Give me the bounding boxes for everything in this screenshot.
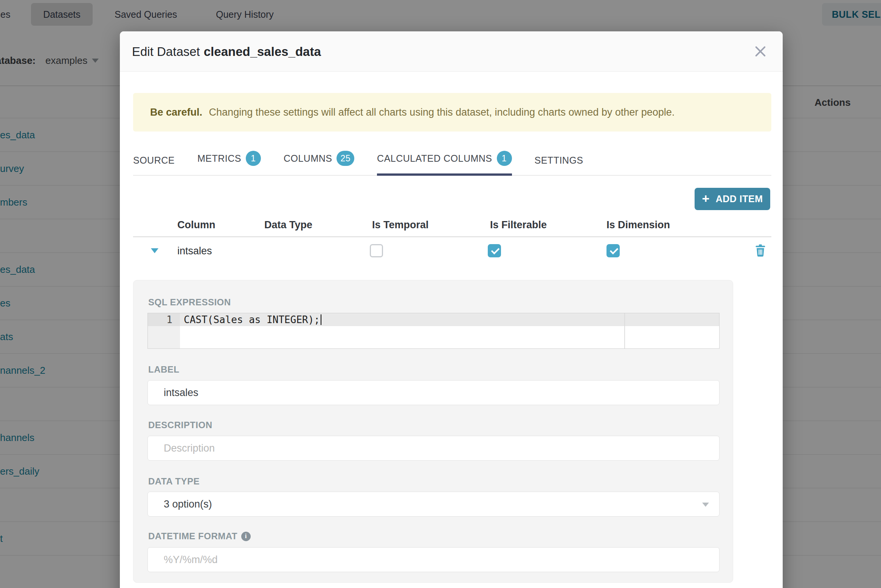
text-cursor xyxy=(321,314,321,325)
description-field-label: DESCRIPTION xyxy=(148,420,212,430)
sql-expression-label: SQL EXPRESSION xyxy=(148,297,231,308)
sql-code-text: CAST(Sales as INTEGER); xyxy=(184,313,321,326)
modal-title: Edit Dataset cleaned_sales_data xyxy=(132,31,321,72)
column-header-is-filterable: Is Filterable xyxy=(490,219,547,231)
columns-count-badge: 25 xyxy=(337,151,354,166)
calculated-column-detail-card: SQL EXPRESSION 1 CAST(Sales as INTEGER);… xyxy=(133,280,733,583)
tab-calculated-columns[interactable]: CALCULATED COLUMNS 1 xyxy=(377,151,512,176)
label-field-label: LABEL xyxy=(148,364,180,375)
modal-header: Edit Dataset cleaned_sales_data xyxy=(120,31,783,72)
tab-source[interactable]: SOURCE xyxy=(133,155,175,176)
edit-dataset-modal: Edit Dataset cleaned_sales_data Be caref… xyxy=(120,31,783,588)
add-item-button[interactable]: + ADD ITEM xyxy=(695,188,770,210)
column-header-column: Column xyxy=(177,219,216,231)
info-icon[interactable]: i xyxy=(241,532,251,541)
sql-expression-editor[interactable]: 1 CAST(Sales as INTEGER); xyxy=(147,313,720,349)
line-number: 1 xyxy=(148,313,180,326)
collapse-row-caret-icon[interactable] xyxy=(151,248,158,253)
add-item-label: ADD ITEM xyxy=(716,193,763,204)
warning-bold-text: Be careful. xyxy=(150,107,202,118)
modal-title-dataset-name: cleaned_sales_data xyxy=(204,45,321,59)
calculated-column-name: intsales xyxy=(177,245,212,257)
editor-gutter: 1 xyxy=(148,313,180,348)
tab-columns[interactable]: COLUMNS 25 xyxy=(284,151,354,176)
tab-label: SOURCE xyxy=(133,155,175,166)
warning-text: Changing these settings will affect all … xyxy=(209,107,675,118)
plus-icon: + xyxy=(702,192,709,205)
tab-metrics[interactable]: METRICS 1 xyxy=(197,151,261,176)
editor-print-margin xyxy=(624,313,625,348)
tab-label: COLUMNS xyxy=(284,153,332,164)
description-input[interactable] xyxy=(147,436,720,461)
chevron-down-icon xyxy=(702,503,709,507)
datetime-format-input[interactable] xyxy=(147,547,720,572)
tab-label: SETTINGS xyxy=(535,155,583,166)
column-header-is-temporal: Is Temporal xyxy=(372,219,429,231)
screen: Databases Datasets Saved Queries Query H… xyxy=(0,0,881,588)
delete-trash-icon[interactable] xyxy=(754,244,766,257)
header-divider xyxy=(133,236,771,237)
tab-label: METRICS xyxy=(197,153,241,164)
is-temporal-checkbox[interactable] xyxy=(370,244,383,257)
modal-title-prefix: Edit Dataset xyxy=(132,45,200,59)
calculated-columns-count-badge: 1 xyxy=(497,151,512,166)
data-type-field-label: DATA TYPE xyxy=(148,476,200,487)
data-type-select[interactable]: 3 option(s) xyxy=(147,492,720,517)
data-type-selected-value: 3 option(s) xyxy=(164,498,212,510)
label-input[interactable] xyxy=(147,380,720,405)
tab-label: CALCULATED COLUMNS xyxy=(377,153,492,164)
close-icon[interactable] xyxy=(751,42,770,61)
datetime-format-field-label: DATETIME FORMAT i xyxy=(148,531,251,542)
column-header-is-dimension: Is Dimension xyxy=(606,219,670,231)
modal-tabs: SOURCE METRICS 1 COLUMNS 25 CALCULATED C… xyxy=(133,142,771,176)
column-header-data-type: Data Type xyxy=(264,219,312,231)
metrics-count-badge: 1 xyxy=(246,151,261,166)
tab-settings[interactable]: SETTINGS xyxy=(535,155,583,176)
warning-banner: Be careful. Changing these settings will… xyxy=(133,93,771,132)
is-filterable-checkbox[interactable] xyxy=(488,244,501,257)
is-dimension-checkbox[interactable] xyxy=(606,244,620,257)
